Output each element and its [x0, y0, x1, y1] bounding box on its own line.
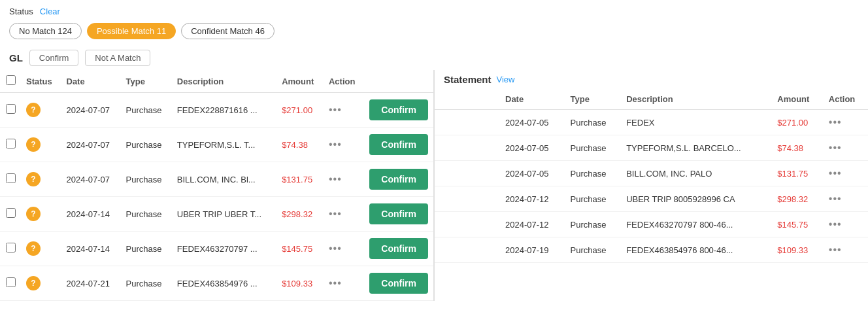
- view-link[interactable]: View: [497, 75, 515, 84]
- status-icon: ?: [26, 207, 41, 221]
- statement-table-wrap: Statement View Date Type Description Amo…: [435, 70, 868, 301]
- gl-row-checkbox-cell: [0, 266, 21, 301]
- stmt-row-description: FEDEX463854976 800-46...: [621, 237, 772, 263]
- gl-row-dots-button[interactable]: •••: [329, 139, 342, 150]
- stmt-row-dots-button[interactable]: •••: [829, 142, 842, 154]
- gl-row-action: •••: [324, 128, 364, 162]
- gl-confirm-row-button[interactable]: Confirm: [369, 134, 428, 155]
- stmt-row-date: 2024-07-05: [500, 110, 565, 135]
- status-icon: ?: [26, 172, 41, 186]
- gl-row-description: FEDEX228871616 ...: [172, 93, 276, 128]
- gl-row-date: 2024-07-14: [61, 197, 121, 232]
- gl-row-dots-button[interactable]: •••: [329, 173, 342, 185]
- gl-row-dots-button[interactable]: •••: [329, 208, 342, 220]
- stmt-row-confirm-cell: [435, 110, 500, 135]
- gl-row-type: Purchase: [121, 266, 172, 301]
- stmt-row-dots-button[interactable]: •••: [829, 244, 842, 256]
- statement-header: Statement View: [435, 70, 868, 89]
- stmt-row-date: 2024-07-12: [500, 212, 565, 237]
- status-label: Status: [9, 7, 33, 16]
- gl-table-row: ? 2024-07-07 Purchase FEDEX228871616 ...…: [0, 93, 433, 128]
- stmt-table-row: 2024-07-12 Purchase FEDEX463270797 800-4…: [435, 212, 868, 237]
- select-all-checkbox[interactable]: [6, 75, 16, 85]
- status-icon: ?: [26, 103, 41, 117]
- gl-table-row: ? 2024-07-14 Purchase UBER TRIP UBER T..…: [0, 197, 433, 232]
- gl-row-dots-button[interactable]: •••: [329, 243, 342, 254]
- gl-row-confirm-cell: Confirm: [364, 197, 433, 232]
- gl-row-action: •••: [324, 93, 364, 128]
- gl-confirm-row-button[interactable]: Confirm: [369, 273, 428, 294]
- gl-col-checkbox: [0, 70, 21, 93]
- stmt-row-description: BILL.COM, INC. PALO: [621, 161, 772, 186]
- stmt-row-dots-button[interactable]: •••: [829, 218, 842, 230]
- stmt-row-type: Purchase: [565, 237, 622, 263]
- gl-table-row: ? 2024-07-21 Purchase FEDEX463854976 ...…: [0, 266, 433, 301]
- gl-row-checkbox[interactable]: [6, 139, 16, 148]
- stmt-row-dots-button[interactable]: •••: [829, 116, 842, 128]
- gl-row-dots-button[interactable]: •••: [329, 104, 342, 116]
- status-icon: ?: [26, 241, 41, 256]
- stmt-col-amount: Amount: [772, 89, 824, 110]
- stmt-table-row: 2024-07-12 Purchase UBER TRIP 8005928996…: [435, 186, 868, 212]
- gl-row-checkbox[interactable]: [6, 243, 16, 253]
- stmt-row-type: Purchase: [565, 186, 622, 212]
- stmt-col-description: Description: [621, 89, 772, 110]
- stmt-row-action: •••: [824, 237, 868, 263]
- gl-confirm-row-button[interactable]: Confirm: [369, 169, 428, 190]
- gl-row-dots-button[interactable]: •••: [329, 277, 342, 289]
- stmt-col-date: Date: [500, 89, 565, 110]
- gl-row-checkbox[interactable]: [6, 104, 16, 114]
- gl-confirm-row-button[interactable]: Confirm: [369, 99, 428, 120]
- status-icon: ?: [26, 276, 41, 290]
- stmt-row-action: •••: [824, 161, 868, 186]
- stmt-row-description: UBER TRIP 8005928996 CA: [621, 186, 772, 212]
- stmt-row-dots-button[interactable]: •••: [829, 167, 842, 179]
- stmt-row-dots-button[interactable]: •••: [829, 193, 842, 205]
- main-layout: Status Date Type Description Amount Acti…: [0, 70, 868, 301]
- stmt-row-amount: $109.33: [772, 237, 824, 263]
- gl-row-confirm-cell: Confirm: [364, 232, 433, 266]
- stmt-col-action: Action: [824, 89, 868, 110]
- gl-row-amount: $74.38: [276, 128, 324, 162]
- gl-row-confirm-cell: Confirm: [364, 266, 433, 301]
- stmt-table-row: 2024-07-05 Purchase TYPEFORM,S.L. BARCEL…: [435, 135, 868, 161]
- filter-confident-match[interactable]: Confident Match 46: [181, 23, 275, 39]
- gl-row-checkbox[interactable]: [6, 173, 16, 183]
- gl-confirm-row-button[interactable]: Confirm: [369, 203, 428, 224]
- gl-col-confirm: [364, 70, 433, 93]
- gl-row-type: Purchase: [121, 232, 172, 266]
- gl-row-checkbox-cell: [0, 128, 21, 162]
- gl-row-checkbox[interactable]: [6, 277, 16, 287]
- gl-col-action: Action: [324, 70, 364, 93]
- gl-row-action: •••: [324, 197, 364, 232]
- stmt-row-date: 2024-07-12: [500, 186, 565, 212]
- stmt-row-confirm-cell: [435, 212, 500, 237]
- gl-row-checkbox[interactable]: [6, 208, 16, 218]
- stmt-row-description: FEDEX463270797 800-46...: [621, 212, 772, 237]
- gl-table: Status Date Type Description Amount Acti…: [0, 70, 433, 301]
- gl-row-date: 2024-07-07: [61, 162, 121, 197]
- filter-no-match[interactable]: No Match 124: [9, 23, 82, 39]
- gl-row-checkbox-cell: [0, 197, 21, 232]
- gl-col-amount: Amount: [276, 70, 324, 93]
- stmt-row-confirm-cell: [435, 161, 500, 186]
- gl-row-checkbox-cell: [0, 162, 21, 197]
- stmt-row-date: 2024-07-05: [500, 135, 565, 161]
- gl-confirm-row-button[interactable]: Confirm: [369, 238, 428, 259]
- stmt-row-action: •••: [824, 135, 868, 161]
- gl-table-row: ? 2024-07-07 Purchase TYPEFORM,S.L. T...…: [0, 128, 433, 162]
- not-a-match-button[interactable]: Not A Match: [85, 50, 150, 66]
- stmt-row-amount: $145.75: [772, 212, 824, 237]
- stmt-col-confirm: [435, 89, 500, 110]
- gl-table-row: ? 2024-07-14 Purchase FEDEX463270797 ...…: [0, 232, 433, 266]
- filter-possible-match[interactable]: Possible Match 11: [87, 23, 176, 39]
- gl-row-type: Purchase: [121, 128, 172, 162]
- gl-confirm-button[interactable]: Confirm: [29, 50, 79, 66]
- stmt-row-confirm-cell: [435, 186, 500, 212]
- stmt-table-row: 2024-07-05 Purchase BILL.COM, INC. PALO …: [435, 161, 868, 186]
- stmt-row-type: Purchase: [565, 212, 622, 237]
- clear-button[interactable]: Clear: [40, 7, 60, 16]
- gl-label: GL: [9, 52, 23, 63]
- gl-row-amount: $271.00: [276, 93, 324, 128]
- stmt-row-action: •••: [824, 186, 868, 212]
